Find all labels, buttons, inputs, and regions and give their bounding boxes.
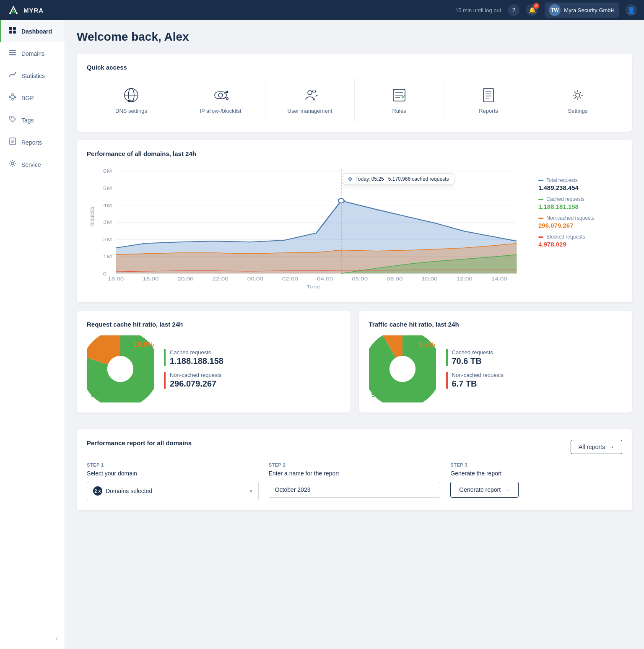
iplist-icon (211, 86, 230, 104)
quick-access-card: Quick access DNS DNS settings (77, 54, 632, 132)
main-content: Welcome back, Alex Quick access DNS DNS … (65, 20, 644, 649)
sidebar-item-reports[interactable]: Reports (0, 131, 65, 153)
performance-report-title: Performance report for all domains (87, 439, 192, 447)
sidebar-collapse-button[interactable]: ‹ (0, 628, 65, 649)
domain-selector-chevron: ▾ (249, 488, 252, 494)
logo-text: MYRA (23, 7, 44, 14)
quick-access-users[interactable]: User management (265, 78, 355, 122)
sidebar-item-statistics[interactable]: Statistics (0, 65, 65, 87)
sidebar-item-service[interactable]: Service (0, 153, 65, 176)
logo[interactable]: MYRA (7, 3, 44, 17)
user-menu[interactable]: TW Myra Security GmbH (545, 3, 619, 18)
legend-blocked-dot (538, 236, 543, 238)
svg-text:Time: Time (306, 284, 320, 289)
legend-total-value: 1.489.238.454 (538, 184, 622, 191)
request-pie-orange-pct: 19.9% (134, 340, 154, 349)
quick-access-title: Quick access (87, 64, 622, 71)
domains-icon (8, 48, 17, 59)
svg-point-25 (218, 93, 223, 97)
sidebar-item-domains[interactable]: Domains (0, 42, 65, 65)
sidebar: Dashboard Domains Statistics BGP Tags (0, 20, 65, 649)
svg-text:08:00: 08:00 (387, 276, 403, 282)
request-noncached-value: 296.079.267 (170, 379, 223, 389)
svg-text:02:00: 02:00 (282, 276, 299, 282)
traffic-pie-wrap: 91.3% 8.7% (369, 335, 436, 402)
generate-report-button[interactable]: Generate report → (450, 482, 519, 498)
svg-text:1M: 1M (103, 254, 112, 259)
settings-icon (569, 86, 587, 104)
report-step3: STEP 3 Generate the report Generate repo… (450, 462, 622, 500)
legend-total-dot (538, 180, 543, 181)
traffic-cached-label: Cached requests (452, 349, 504, 356)
legend-blocked: Blocked requests 4.978.029 (538, 234, 622, 248)
svg-rect-8 (9, 54, 16, 55)
traffic-pie-green-pct: 91.3% (371, 391, 392, 399)
sidebar-item-dashboard[interactable]: Dashboard (0, 20, 65, 42)
all-reports-button[interactable]: All reports → (571, 440, 622, 454)
svg-point-10 (9, 96, 11, 98)
svg-point-28 (308, 91, 312, 95)
quick-access-settings[interactable]: Settings (533, 78, 622, 122)
performance-chart-card: Performance of all domains, last 24h Tod… (77, 140, 632, 302)
svg-point-12 (12, 93, 13, 95)
request-noncached-stat: Non-cached requests 296.079.267 (164, 372, 223, 389)
request-noncached-label: Non-cached requests (170, 372, 223, 378)
legend-total: Total requests 1.489.238.454 (538, 177, 622, 191)
traffic-noncached-label: Non-cached requests (452, 372, 504, 378)
svg-point-80 (390, 356, 415, 382)
performance-chart-title: Performance of all domains, last 24h (87, 150, 622, 157)
profile-icon[interactable]: 👤 (626, 4, 637, 16)
quick-access-settings-label: Settings (568, 108, 588, 114)
quick-access-dns-label: DNS settings (115, 108, 147, 114)
traffic-pie-orange-pct: 8.7% (419, 340, 435, 349)
svg-text:0: 0 (103, 271, 107, 276)
quick-access-dns[interactable]: DNS DNS settings (87, 78, 176, 122)
traffic-cache-title: Traffic cache hit ratio, last 24h (369, 321, 623, 328)
users-icon (301, 86, 319, 104)
legend-cached-label: Cached requests (538, 196, 622, 202)
report-name-input[interactable] (269, 482, 441, 498)
svg-point-0 (9, 13, 11, 14)
request-pie-stats: Cached requests 1.188.188.158 Non-cached… (164, 349, 223, 389)
quick-access-reports[interactable]: Reports (444, 78, 533, 122)
chart-container: Today, 05:25 5.170.966 cached requests 6… (87, 165, 622, 292)
generate-report-label: Generate report (459, 486, 501, 493)
reports-icon (8, 137, 17, 148)
domain-selector[interactable]: 2 x Domains selected ▾ (87, 482, 259, 500)
help-icon[interactable]: ? (508, 4, 519, 16)
topnav-right: 15 min until log out ? 🔔 8 TW Myra Secur… (455, 3, 637, 18)
legend-noncached: Non-cached requests 296.079.267 (538, 215, 622, 229)
legend-total-label: Total requests (538, 177, 622, 183)
all-reports-label: All reports (579, 444, 605, 450)
cache-hit-row: Request cache hit ratio, last 24h 80.1% … (77, 311, 632, 421)
svg-text:Requests: Requests (88, 207, 95, 228)
statistics-icon (8, 70, 17, 81)
request-cache-title: Request cache hit ratio, last 24h (87, 321, 340, 328)
quick-access-iplist-label: IP allow-/blocklist (200, 108, 241, 114)
step2-label: STEP 2 (269, 462, 441, 467)
legend-cached-value: 1.188.181.158 (538, 203, 622, 210)
service-icon (8, 159, 17, 170)
svg-point-1 (16, 13, 18, 14)
sidebar-item-bgp[interactable]: BGP (0, 87, 65, 109)
step3-desc: Generate the report (450, 470, 622, 477)
report-header: Performance report for all domains All r… (87, 439, 622, 454)
svg-text:DNS: DNS (128, 99, 135, 102)
sidebar-item-label: Statistics (21, 73, 45, 79)
domain-text: Domains selected (106, 488, 152, 494)
traffic-cached-value: 70.6 TB (452, 356, 504, 366)
svg-point-19 (11, 162, 14, 165)
step3-label: STEP 3 (450, 462, 622, 467)
legend-noncached-dot (538, 218, 543, 219)
quick-access-iplist[interactable]: IP allow-/blocklist (176, 78, 265, 122)
request-cached-label: Cached requests (170, 349, 223, 356)
quick-access-rules[interactable]: Rules (355, 78, 444, 122)
notifications-icon[interactable]: 🔔 8 (526, 4, 538, 16)
all-reports-arrow: → (608, 444, 614, 450)
svg-rect-36 (483, 88, 493, 102)
request-cached-stat: Cached requests 1.188.188.158 (164, 349, 223, 366)
sidebar-item-tags[interactable]: Tags (0, 109, 65, 131)
svg-text:22:00: 22:00 (213, 276, 229, 282)
generate-report-arrow: → (504, 486, 510, 493)
svg-rect-4 (9, 31, 12, 34)
